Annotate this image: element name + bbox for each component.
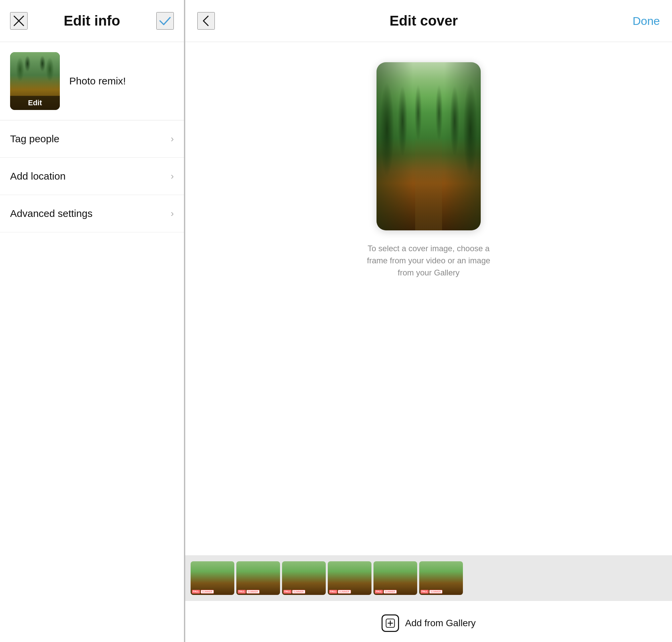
cover-tree-image (376, 62, 481, 230)
film-frame[interactable]: FALLSUMMER (236, 561, 280, 595)
chevron-right-icon: › (171, 208, 174, 219)
menu-item-tag-people[interactable]: Tag people › (0, 120, 184, 158)
left-panel: Edit info Edit Photo remix! Tag people ›… (0, 0, 184, 642)
left-header: Edit info (0, 0, 184, 42)
confirm-button[interactable] (156, 12, 174, 29)
right-page-title: Edit cover (390, 13, 458, 29)
film-frame[interactable]: FALLSUMMER (374, 561, 417, 595)
album-name: Photo remix! (69, 75, 126, 87)
film-frame[interactable]: FALLSUMMER (191, 561, 234, 595)
page-title: Edit info (64, 13, 120, 29)
filmstrip[interactable]: FALLSUMMER FALLSUMMER FALLSUMMER FALLSUM… (185, 561, 672, 595)
close-button[interactable] (10, 12, 28, 29)
right-panel: Edit cover Done To select a cover image,… (185, 0, 672, 642)
add-from-gallery-button[interactable]: Add from Gallery (382, 614, 476, 632)
cover-image-preview (376, 62, 481, 230)
film-frame[interactable]: FALLSUMMER (419, 561, 463, 595)
add-gallery-icon (382, 614, 399, 632)
add-location-label: Add location (10, 170, 66, 182)
film-frame[interactable]: FALLSUMMER (282, 561, 326, 595)
filmstrip-container: FALLSUMMER FALLSUMMER FALLSUMMER FALLSUM… (185, 555, 672, 601)
album-section: Edit Photo remix! (0, 42, 184, 120)
cover-hint-text: To select a cover image, choose a frame … (351, 243, 506, 279)
menu-item-advanced-settings[interactable]: Advanced settings › (0, 195, 184, 232)
right-header: Edit cover Done (185, 0, 672, 42)
chevron-right-icon: › (171, 133, 174, 144)
done-button[interactable]: Done (633, 14, 660, 28)
back-button[interactable] (197, 12, 215, 29)
chevron-right-icon: › (171, 171, 174, 182)
add-gallery-label: Add from Gallery (405, 618, 476, 629)
menu-item-add-location[interactable]: Add location › (0, 158, 184, 195)
edit-cover-label: Edit (10, 96, 60, 110)
advanced-settings-label: Advanced settings (10, 208, 92, 219)
album-thumbnail[interactable]: Edit (10, 52, 60, 110)
tag-people-label: Tag people (10, 133, 60, 145)
menu-list: Tag people › Add location › Advanced set… (0, 120, 184, 232)
film-frame[interactable]: FALLSUMMER (328, 561, 372, 595)
